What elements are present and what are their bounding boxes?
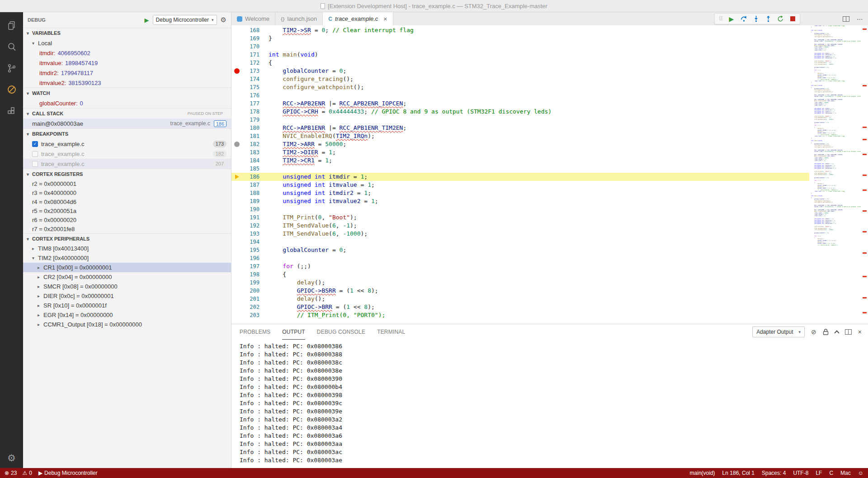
register-row[interactable]: r5 = 0x2000051a xyxy=(23,206,231,215)
feedback-smiley-icon[interactable]: ☺ xyxy=(858,470,863,476)
code-line[interactable]: 168 TIM2->SR = 0; // Clear interrupt fla… xyxy=(231,26,809,34)
code-line[interactable]: 195 globalCounter = 0; xyxy=(231,246,809,254)
code-line[interactable]: 179 xyxy=(231,116,809,124)
gutter-glyph[interactable] xyxy=(231,124,242,132)
register-row[interactable]: r6 = 0x00000020 xyxy=(23,215,231,224)
symbol-indicator[interactable]: main(void) xyxy=(690,470,715,476)
watch-header[interactable]: ▾ WATCH xyxy=(23,88,231,98)
code-line[interactable]: 178 GPIOC->CRH = 0x44444433; // GPIOC 8 … xyxy=(231,108,809,116)
peripheral-row[interactable]: ▸SR [0x10] = 0x0000001f xyxy=(23,301,231,310)
gutter-glyph[interactable] xyxy=(231,26,242,34)
gutter-glyph[interactable] xyxy=(231,99,242,108)
peripheral-row[interactable]: ▾TIM2 [0x40000000] xyxy=(23,253,231,263)
variables-header[interactable]: ▾ VARIABLES xyxy=(23,28,231,38)
code-line[interactable]: 177 RCC->APB2ENR |= RCC_APB2ENR_IOPCEN; xyxy=(231,99,809,108)
code-line[interactable]: 189 unsigned int itmvalue2 = 1; xyxy=(231,197,809,205)
gutter-glyph[interactable] xyxy=(231,34,242,43)
registers-header[interactable]: ▾ CORTEX REGISTERS xyxy=(23,169,231,179)
debug-icon[interactable] xyxy=(0,79,23,100)
gutter-glyph[interactable] xyxy=(231,181,242,189)
peripheral-row[interactable]: ▸DIER [0x0c] = 0x00000001 xyxy=(23,291,231,301)
watch-row[interactable]: globalCounter:0 xyxy=(23,98,231,108)
step-out-button[interactable] xyxy=(764,15,772,23)
lock-scroll-icon[interactable] xyxy=(823,329,829,335)
code-area[interactable]: 168 TIM2->SR = 0; // Clear interrupt fla… xyxy=(231,26,809,319)
peripheral-row[interactable]: ▸TIM8 [0x40013400] xyxy=(23,244,231,253)
variable-row[interactable]: itmvalue:1898457419 xyxy=(23,58,231,68)
code-line[interactable]: 173 globalCounter = 0; xyxy=(231,67,809,75)
code-line[interactable]: 197 for (;;) xyxy=(231,262,809,270)
minimap[interactable]: TIM2->SR = 0; // Clear interrupt flag}in… xyxy=(811,25,861,324)
code-line[interactable]: 198 { xyxy=(231,270,809,279)
encoding-indicator[interactable]: UTF-8 xyxy=(793,470,808,476)
split-editor-icon[interactable] xyxy=(843,16,849,22)
output-channel-dropdown[interactable]: Adapter Output ▾ xyxy=(752,327,805,337)
breakpoint-row[interactable]: trace_example.c207 xyxy=(23,159,231,169)
cursor-position[interactable]: Ln 186, Col 1 xyxy=(722,470,755,476)
code-line[interactable]: 183 TIM2->DIER = 1; xyxy=(231,148,809,156)
gutter-glyph[interactable] xyxy=(231,222,242,230)
register-row[interactable]: r4 = 0x080004d6 xyxy=(23,197,231,206)
more-actions-icon[interactable]: ⋯ xyxy=(857,15,863,23)
gutter-glyph[interactable] xyxy=(231,67,242,75)
code-line[interactable]: 182 TIM2->ARR = 50000; xyxy=(231,140,809,148)
code-line[interactable]: 188 unsigned int itmdir2 = 1; xyxy=(231,189,809,197)
code-editor[interactable]: 168 TIM2->SR = 0; // Clear interrupt fla… xyxy=(231,25,868,324)
gutter-glyph[interactable] xyxy=(231,132,242,140)
code-line[interactable]: 190 xyxy=(231,205,809,213)
gutter-glyph[interactable] xyxy=(231,108,242,116)
stack-frame-row[interactable]: main@0x080003aetrace_example.c186 xyxy=(23,118,231,128)
gutter-glyph[interactable] xyxy=(231,213,242,222)
code-line[interactable]: 184 TIM2->CR1 = 1; xyxy=(231,156,809,165)
gutter-glyph[interactable] xyxy=(231,311,242,319)
code-line[interactable]: 175 configure_watchpoint(); xyxy=(231,83,809,91)
gutter-glyph[interactable] xyxy=(231,148,242,156)
maximize-panel-icon[interactable] xyxy=(834,330,839,335)
code-line[interactable]: 191 ITM_Print(0, "Boot"); xyxy=(231,213,809,222)
code-line[interactable]: 180 RCC->APB1ENR |= RCC_APB1ENR_TIM2EN; xyxy=(231,124,809,132)
breakpoints-header[interactable]: ▾ BREAKPOINTS xyxy=(23,129,231,139)
register-row[interactable]: r7 = 0x20001fe8 xyxy=(23,224,231,233)
tab-terminal[interactable]: TERMINAL xyxy=(377,324,405,340)
code-line[interactable]: 185 xyxy=(231,165,809,173)
code-line[interactable]: 174 configure_tracing(); xyxy=(231,75,809,83)
overview-ruler[interactable] xyxy=(862,25,868,324)
peripherals-header[interactable]: ▾ CORTEX PERIPHERALS xyxy=(23,234,231,244)
drag-handle-icon[interactable]: ⠿ xyxy=(718,15,723,22)
breakpoint-dot-gray[interactable] xyxy=(234,142,240,147)
gutter-glyph[interactable] xyxy=(231,287,242,295)
code-line[interactable]: 172{ xyxy=(231,59,809,67)
continue-button[interactable]: ▶ xyxy=(728,15,735,23)
tab-problems[interactable]: PROBLEMS xyxy=(240,324,270,340)
error-count[interactable]: ⊗ 23 ⚠ 0 xyxy=(5,470,32,476)
breakpoint-row[interactable]: ✓trace_example.c173 xyxy=(23,139,231,149)
gutter-glyph[interactable] xyxy=(231,230,242,238)
gutter-glyph[interactable] xyxy=(231,189,242,197)
language-indicator[interactable]: C xyxy=(829,470,833,476)
configure-gear-icon[interactable]: ⚙ xyxy=(221,16,226,24)
code-line[interactable]: 171int main(void) xyxy=(231,51,809,59)
breakpoint-checkbox[interactable]: ✓ xyxy=(32,141,38,147)
output-log[interactable]: Info : halted: PC: 0x08000386Info : halt… xyxy=(231,340,868,469)
gutter-glyph[interactable] xyxy=(231,59,242,67)
breakpoint-dot-red[interactable] xyxy=(234,68,240,74)
register-row[interactable]: r3 = 0x40000000 xyxy=(23,188,231,197)
step-over-button[interactable] xyxy=(740,15,747,23)
code-line[interactable]: 192 ITM_SendValue(6, -1); xyxy=(231,222,809,230)
peripheral-row[interactable]: ▸CR2 [0x04] = 0x00000000 xyxy=(23,272,231,282)
gutter-glyph[interactable] xyxy=(231,165,242,173)
step-into-button[interactable] xyxy=(752,15,760,23)
search-icon[interactable] xyxy=(0,36,23,57)
clear-output-icon[interactable]: ⊘ xyxy=(811,328,816,336)
code-line[interactable]: 170 xyxy=(231,43,809,51)
variable-row[interactable]: itmdir2:1799478117 xyxy=(23,68,231,78)
gutter-glyph[interactable] xyxy=(231,91,242,99)
code-line[interactable]: 169} xyxy=(231,34,809,43)
tab-welcome[interactable]: Welcome xyxy=(231,12,275,25)
tab-output[interactable]: OUTPUT xyxy=(282,324,305,340)
debug-status[interactable]: ▶ Debug Microcontroller xyxy=(38,470,98,476)
code-line[interactable]: 186 unsigned int itmdir = 1; xyxy=(231,173,809,181)
indentation-indicator[interactable]: Spaces: 4 xyxy=(762,470,786,476)
gutter-glyph[interactable] xyxy=(231,75,242,83)
code-line[interactable]: 200 GPIOC->BSRR = (1 << 8); xyxy=(231,287,809,295)
